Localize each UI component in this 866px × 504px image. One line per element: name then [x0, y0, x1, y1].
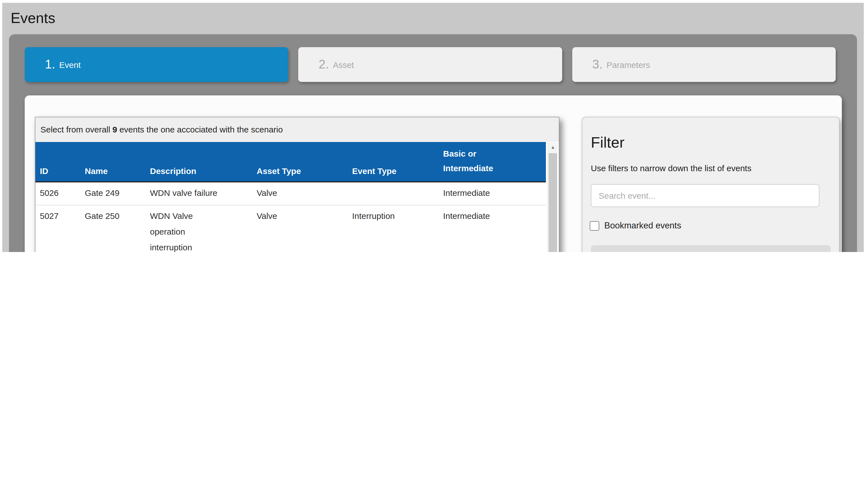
- screen: Events 1. Event 2. Asset 3. Parameters: [0, 0, 866, 252]
- scrollbar-thumb[interactable]: [549, 153, 557, 252]
- step-number: 3.: [592, 57, 603, 72]
- table-header-row: ID Name Description Asset Type Event Typ…: [35, 142, 546, 182]
- step-number: 2.: [319, 57, 329, 72]
- filter-section-event-type[interactable]: Event Type: [591, 245, 831, 252]
- table-row[interactable]: 5027 Gate 250 WDN Valve operation interr…: [35, 205, 546, 252]
- column-header-id: ID: [35, 142, 79, 182]
- events-table-panel: Select from overall9events the one accoc…: [35, 117, 559, 252]
- filter-panel: Filter Use filters to narrow down the li…: [582, 117, 840, 252]
- filter-subtitle: Use filters to narrow down the list of e…: [591, 163, 839, 173]
- step-tab-event[interactable]: 1. Event: [25, 47, 288, 82]
- cell-id: 5027: [35, 205, 79, 252]
- cell-name: Gate 250: [85, 208, 119, 224]
- column-header-basic-or-intermediate: Basic or Intermediate: [437, 142, 546, 182]
- content-card: Select from overall9events the one accoc…: [25, 95, 842, 252]
- events-table: ID Name Description Asset Type Event Typ…: [35, 142, 546, 252]
- step-label: Parameters: [607, 60, 650, 69]
- cell-id: 5026: [35, 182, 79, 205]
- bookmarked-events-row: Bookmarked events: [590, 220, 839, 231]
- table-row[interactable]: 5026 Gate 249 WDN valve failure Valve In…: [35, 182, 546, 205]
- cell-basic-or-intermediate: Intermediate: [437, 205, 546, 252]
- column-header-description: Description: [144, 142, 251, 182]
- cell-asset-type: Valve: [257, 185, 277, 201]
- column-header-label: Basic or Intermediate: [443, 147, 499, 176]
- step-tab-parameters[interactable]: 3. Parameters: [572, 47, 836, 82]
- search-input[interactable]: [591, 184, 819, 207]
- table-intro-text: Select from overall9events the one accoc…: [35, 117, 559, 142]
- column-header-name: Name: [79, 142, 144, 182]
- events-page: Events 1. Event 2. Asset 3. Parameters: [2, 3, 864, 252]
- cell-event-type: [346, 182, 437, 205]
- intro-suffix: events the one accociated with the scena…: [119, 125, 283, 134]
- table-scroll-area: ID Name Description Asset Type Event Typ…: [35, 142, 559, 252]
- vertical-scrollbar: ▲ ▼: [547, 142, 557, 252]
- bookmarked-events-label: Bookmarked events: [604, 220, 681, 231]
- cell-basic-or-intermediate: Intermediate: [437, 182, 546, 205]
- step-label: Asset: [333, 60, 354, 69]
- bookmarked-events-checkbox[interactable]: [590, 221, 599, 230]
- step-tab-asset[interactable]: 2. Asset: [299, 47, 562, 82]
- cell-description: WDN Valve operation interruption: [150, 208, 227, 252]
- column-header-asset-type: Asset Type: [251, 142, 346, 182]
- intro-count: 9: [112, 125, 117, 134]
- page-title: Events: [11, 10, 55, 27]
- wizard-container: 1. Event 2. Asset 3. Parameters Select f…: [9, 34, 857, 252]
- scroll-up-icon[interactable]: ▲: [548, 142, 558, 152]
- filter-accordion: Event Type Asset Type Fault Tree Tools: [591, 245, 831, 252]
- wizard-steps: 1. Event 2. Asset 3. Parameters: [25, 47, 836, 82]
- step-number: 1.: [45, 57, 55, 72]
- cell-name: Gate 249: [85, 185, 119, 201]
- column-header-event-type: Event Type: [346, 142, 437, 182]
- intro-prefix: Select from overall: [41, 125, 110, 134]
- cell-asset-type: Valve: [257, 208, 277, 224]
- step-label: Event: [59, 60, 81, 69]
- filter-title: Filter: [591, 134, 839, 151]
- cell-event-type: Interruption: [346, 205, 437, 252]
- cell-description: WDN valve failure: [150, 185, 217, 201]
